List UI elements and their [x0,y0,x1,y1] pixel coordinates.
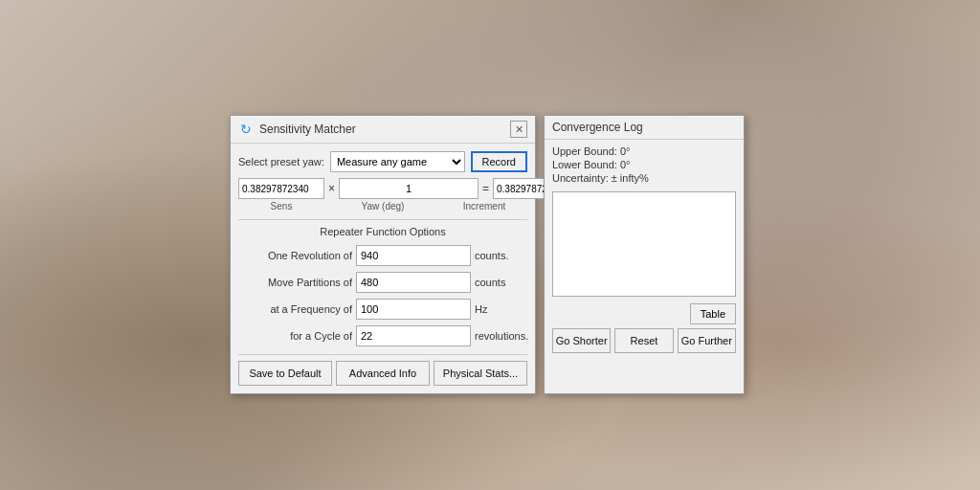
go-further-button[interactable]: Go Further [678,328,736,353]
move-part-unit: counts [475,277,527,288]
move-part-input[interactable] [356,272,471,293]
convergence-log-panel: Convergence Log Upper Bound: 0° Lower Bo… [544,115,745,394]
bottom-buttons: Save to Default Advanced Info Physical S… [238,354,527,386]
frequency-input[interactable] [356,299,471,320]
log-content: Upper Bound: 0° Lower Bound: 0° Uncertai… [545,140,744,359]
divider [238,219,527,220]
physical-stats-button[interactable]: Physical Stats... [434,361,527,386]
eq-sign: = [482,182,489,195]
one-rev-label: One Revolution of [268,250,352,261]
advanced-info-button[interactable]: Advanced Info [336,361,430,386]
table-row: Table [552,303,736,324]
move-part-label: Move Partitions of [268,277,352,288]
frequency-label: at a Frequency of [270,303,352,315]
record-button[interactable]: Record [471,151,527,172]
close-button[interactable]: ✕ [510,121,527,138]
repeater-title: Repeater Function Options [238,226,527,237]
dialog-content: Select preset yaw: Measure any game Reco… [231,144,535,393]
col-sens-label: Sens [238,201,324,212]
cycle-input[interactable] [356,325,471,346]
app-icon: ↻ [238,122,254,137]
preset-row: Select preset yaw: Measure any game Reco… [238,151,527,172]
col-inc-label: Increment [441,201,527,212]
preset-label: Select preset yaw: [238,156,324,167]
col-yaw-label: Yaw (deg) [328,201,437,212]
ui-container: ↻ Sensitivity Matcher ✕ Select preset ya… [230,115,745,394]
log-buttons: Go Shorter Reset Go Further [552,328,736,353]
reset-button[interactable]: Reset [614,328,673,353]
log-textarea[interactable] [552,191,736,297]
frequency-unit: Hz [475,303,527,315]
save-default-button[interactable]: Save to Default [238,361,332,386]
preset-select[interactable]: Measure any game [330,151,465,172]
log-title: Convergence Log [552,121,643,134]
log-titlebar: Convergence Log [545,116,744,140]
sensitivity-matcher-dialog: ↻ Sensitivity Matcher ✕ Select preset ya… [230,115,536,394]
cycle-label: for a Cycle of [290,330,352,342]
frequency-row: at a Frequency of Hz [238,299,527,320]
go-shorter-button[interactable]: Go Shorter [552,328,611,353]
one-revolution-row: One Revolution of counts. [238,245,527,266]
sens-row: × = [238,178,527,199]
sens-input[interactable] [238,178,324,199]
one-rev-unit: counts. [475,250,527,261]
column-labels: Sens Yaw (deg) Increment [238,201,527,212]
yaw-input[interactable] [339,178,479,199]
upper-bound: Upper Bound: 0° [552,145,736,157]
dialog-title: Sensitivity Matcher [259,122,356,136]
table-button[interactable]: Table [690,303,736,324]
mult-sign: × [328,182,335,195]
move-partitions-row: Move Partitions of counts [238,272,527,293]
uncertainty: Uncertainty: ± infty% [552,172,736,184]
dialog-titlebar: ↻ Sensitivity Matcher ✕ [231,116,535,144]
cycle-row: for a Cycle of revolutions. [238,325,527,346]
lower-bound: Lower Bound: 0° [552,159,736,170]
cycle-unit: revolutions. [475,330,527,342]
one-rev-input[interactable] [356,245,471,266]
